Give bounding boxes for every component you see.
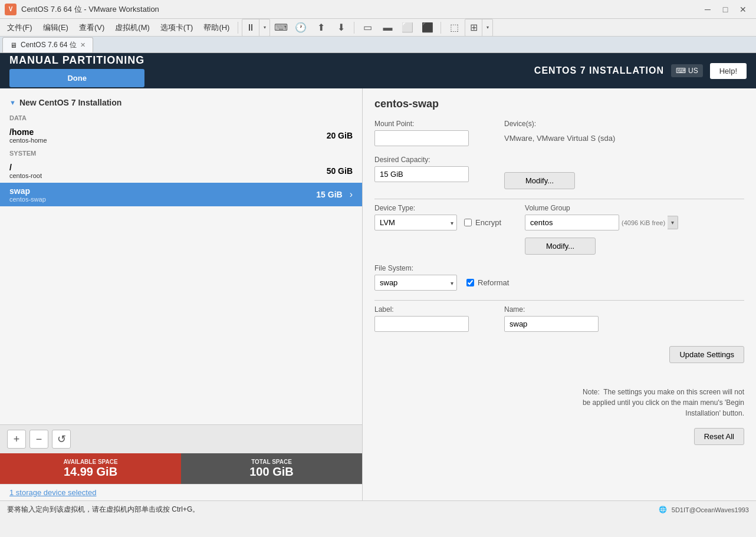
available-space-value: 14.99 GiB	[64, 465, 117, 479]
volume-group-select[interactable]: centos	[525, 215, 619, 230]
device-type-row: Device Type: LVM Standard Partition RAID…	[374, 204, 744, 255]
section-data: DATA	[0, 112, 362, 124]
partition-root[interactable]: / centos-root 50 GiB	[0, 159, 362, 183]
available-space-bar: AVAILABLE SPACE 14.99 GiB	[0, 453, 181, 484]
fit3-button[interactable]: ⬜	[398, 19, 417, 36]
toolbar: ⏸ ▾ ⌨ 🕐 ⬆ ⬇ ▭ ▬ ⬜ ⬛ ⬚ ⊞ ▾	[242, 19, 493, 37]
refresh-button[interactable]: ↺	[52, 430, 71, 449]
filesystem-group: File System: swap ext4 xfs vfat ▾ Refor	[374, 264, 509, 291]
capacity-group: Desired Capacity:	[374, 156, 481, 189]
reformat-checkbox[interactable]	[466, 279, 474, 286]
modify-button-1[interactable]: Modify...	[504, 172, 575, 189]
main-tab[interactable]: 🖥 CentOS 7.6 64 位 ✕	[2, 37, 93, 52]
restore-button[interactable]: □	[717, 3, 734, 16]
section-system: SYSTEM	[0, 147, 362, 159]
console-button[interactable]: ⬚	[445, 19, 464, 36]
mount-devices-row: Mount Point: Device(s): VMware, VMware V…	[374, 120, 744, 146]
snapshot-button[interactable]: 🕐	[291, 19, 310, 36]
menu-vm[interactable]: 虚拟机(M)	[110, 21, 155, 35]
partition-swap[interactable]: swap centos-swap 15 GiB ›	[0, 183, 362, 206]
window-controls: ─ □ ✕	[699, 3, 751, 16]
left-panel: ▼ New CentOS 7 Installation DATA /home c…	[0, 88, 363, 500]
main-content: ▼ New CentOS 7 Installation DATA /home c…	[0, 88, 756, 500]
pause-dropdown[interactable]: ▾	[259, 19, 269, 36]
reformat-label[interactable]: Reformat	[478, 278, 509, 287]
name-field-label: Name:	[504, 305, 610, 314]
status-message: 要将输入定向到该虚拟机，请在虚拟机内部单击或按 Ctrl+G。	[7, 505, 199, 515]
partition-swap-device: centos-swap	[9, 196, 46, 203]
tab-close-button[interactable]: ✕	[80, 41, 86, 49]
update-settings-button[interactable]: Update Settings	[669, 346, 744, 363]
device-type-select-wrapper: LVM Standard Partition RAID btrfs ▾	[374, 215, 457, 230]
pause-button[interactable]: ⏸	[242, 19, 259, 36]
available-space-label: AVAILABLE SPACE	[63, 459, 117, 465]
title-bar: V CentOS 7.6 64 位 - VMware Workstation ─…	[0, 0, 756, 19]
filesystem-select[interactable]: swap ext4 xfs vfat	[374, 275, 457, 291]
capacity-input[interactable]	[374, 166, 469, 182]
devices-label: Device(s):	[504, 120, 615, 128]
mount-point-label: Mount Point:	[374, 120, 481, 128]
partition-root-name: /	[9, 163, 42, 172]
remove-partition-button[interactable]: −	[29, 430, 48, 449]
volume-group-free: (4096 KiB free)	[619, 219, 668, 226]
capacity-label: Desired Capacity:	[374, 156, 481, 164]
help-button[interactable]: Help!	[710, 63, 747, 79]
add-partition-button[interactable]: +	[7, 430, 26, 449]
volume-group-dropdown-icon[interactable]: ▾	[668, 216, 678, 229]
filesystem-label: File System:	[374, 264, 509, 272]
status-user: 5D1IT@OceanWaves1993	[672, 506, 749, 513]
fit2-button[interactable]: ▬	[378, 19, 397, 36]
device-type-select[interactable]: LVM Standard Partition RAID btrfs	[374, 215, 457, 230]
tab-bar: 🖥 CentOS 7.6 64 位 ✕	[0, 37, 756, 53]
fit4-button[interactable]: ⬛	[418, 19, 437, 36]
tab-icon: 🖥	[10, 41, 17, 50]
modify-button-2[interactable]: Modify...	[525, 238, 596, 255]
reformat-checkbox-row: Reformat	[466, 278, 509, 287]
partition-controls: + − ↺	[0, 424, 362, 453]
storage-device-link[interactable]: 1 storage device selected	[9, 488, 96, 497]
title-bar-left: V CentOS 7.6 64 位 - VMware Workstation	[5, 4, 159, 15]
view-dropdown[interactable]: ▾	[482, 19, 492, 36]
send-ctrl-alt-del-button[interactable]: ⌨	[271, 19, 290, 36]
filesystem-select-wrapper: swap ext4 xfs vfat ▾	[374, 275, 457, 291]
header-left: MANUAL PARTITIONING Done	[9, 54, 144, 87]
encrypt-label[interactable]: Encrypt	[475, 218, 501, 227]
label-name-row: Label: Name:	[374, 305, 744, 332]
partition-root-size: 50 GiB	[327, 166, 353, 176]
storage-link-bar: 1 storage device selected	[0, 484, 362, 500]
window-title: CentOS 7.6 64 位 - VMware Workstation	[21, 4, 159, 15]
keyboard-indicator[interactable]: ⌨ US	[671, 64, 703, 77]
snapshot2-button[interactable]: ⬆	[311, 19, 330, 36]
installation-header: ▼ New CentOS 7 Installation	[0, 93, 362, 112]
label-input[interactable]	[374, 316, 469, 332]
encrypt-checkbox[interactable]	[464, 219, 472, 226]
partition-home-size: 20 GiB	[327, 131, 353, 140]
filesystem-row: File System: swap ext4 xfs vfat ▾ Refor	[374, 264, 744, 291]
menu-tab[interactable]: 选项卡(T)	[156, 21, 198, 35]
menu-file[interactable]: 文件(F)	[2, 21, 37, 35]
toolbar-separator2	[441, 22, 441, 34]
partition-swap-arrow: ›	[350, 189, 353, 200]
mount-point-group: Mount Point:	[374, 120, 481, 146]
done-button[interactable]: Done	[9, 69, 144, 87]
fit-button[interactable]: ▭	[358, 19, 377, 36]
reset-all-button[interactable]: Reset All	[694, 428, 744, 445]
menu-edit[interactable]: 编辑(E)	[38, 21, 73, 35]
minimize-button[interactable]: ─	[699, 3, 716, 16]
snapshot3-button[interactable]: ⬇	[331, 19, 350, 36]
total-space-value: 100 GiB	[249, 465, 293, 479]
toolbar-separator	[354, 22, 354, 34]
name-input[interactable]	[504, 316, 599, 332]
name-group: Name:	[504, 305, 610, 332]
keyboard-icon: ⌨	[676, 67, 686, 75]
menu-view[interactable]: 查看(V)	[74, 21, 109, 35]
settings-note: Note: The settings you make on this scre…	[374, 387, 744, 419]
menu-help[interactable]: 帮助(H)	[199, 21, 234, 35]
keyboard-layout: US	[688, 67, 698, 75]
volume-group-group: Volume Group centos (4096 KiB free) ▾ Mo…	[525, 204, 678, 255]
mount-point-input[interactable]	[374, 130, 469, 146]
partition-home[interactable]: /home centos-home 20 GiB	[0, 124, 362, 147]
collapse-toggle[interactable]: ▼	[9, 99, 16, 106]
view-button[interactable]: ⊞	[465, 19, 482, 36]
close-button[interactable]: ✕	[735, 3, 751, 16]
